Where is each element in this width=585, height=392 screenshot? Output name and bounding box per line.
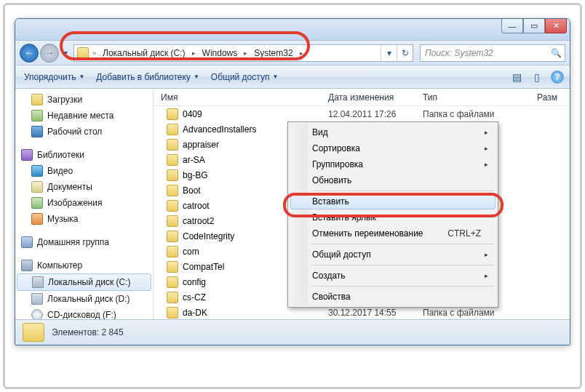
libraries-icon: [21, 149, 33, 161]
history-dropdown[interactable]: ▾: [60, 48, 71, 58]
folder-icon: [167, 139, 178, 151]
navigation-pane: Загрузки Недавние места Рабочий стол ▽Би…: [15, 89, 154, 319]
file-date: 12.04.2011 17:26: [328, 109, 423, 119]
ctx-undo-rename[interactable]: Отменить переименованиеCTRL+Z: [290, 225, 496, 241]
context-menu: Вид▸ Сортировка▸ Группировка▸ Обновить В…: [287, 121, 498, 308]
list-item[interactable]: 040912.04.2011 17:26Папка с файлами: [154, 106, 570, 121]
submenu-arrow-icon: ▸: [485, 161, 488, 168]
folder-icon: [167, 185, 178, 196]
tree-documents[interactable]: Документы: [15, 179, 153, 195]
file-name: 0409: [183, 109, 328, 119]
breadcrumb-windows[interactable]: Windows: [199, 48, 241, 58]
documents-icon: [31, 181, 43, 193]
ctx-paste-shortcut[interactable]: Вставить ярлык: [290, 209, 496, 225]
share-menu[interactable]: Общий доступ▼: [208, 71, 282, 84]
status-text: Элементов: 2 845: [52, 327, 124, 337]
computer-icon: [21, 260, 33, 271]
video-icon: [31, 165, 43, 177]
minimize-button[interactable]: —: [501, 19, 523, 33]
folder-icon: [167, 307, 178, 319]
location-icon: [77, 47, 89, 59]
tree-drive-d[interactable]: Локальный диск (D:): [15, 291, 153, 307]
close-button[interactable]: ✕: [545, 19, 567, 33]
submenu-arrow-icon: ▸: [485, 129, 488, 136]
search-input[interactable]: Поиск: System32 🔍: [420, 44, 565, 62]
ctx-share[interactable]: Общий доступ▸: [290, 247, 496, 263]
chevron-down-icon: ▼: [272, 73, 278, 80]
tree-recent[interactable]: Недавние места: [15, 108, 153, 124]
file-type: Папка с файлами: [423, 308, 525, 318]
column-headers: Имя Дата изменения Тип Разм: [154, 89, 570, 106]
folder-icon: [167, 276, 178, 288]
chevron-icon[interactable]: ▸: [298, 49, 306, 57]
col-size[interactable]: Разм: [517, 92, 570, 103]
folder-icon: [167, 246, 178, 257]
ctx-refresh[interactable]: Обновить: [290, 172, 496, 188]
titlebar: — ▭ ✕: [15, 19, 570, 41]
music-icon: [31, 213, 43, 225]
shortcut-label: CTRL+Z: [447, 228, 481, 239]
preview-pane-button[interactable]: ▯: [530, 71, 544, 84]
address-dropdown[interactable]: ▾: [381, 45, 397, 61]
address-bar[interactable]: » Локальный диск (C:) ▸ Windows ▸ System…: [73, 44, 413, 62]
file-date: 30.12.2017 14:55: [328, 308, 423, 318]
chevron-icon[interactable]: »: [90, 49, 98, 57]
folder-icon: [167, 169, 178, 181]
refresh-button[interactable]: ↻: [397, 45, 413, 61]
ctx-sort[interactable]: Сортировка▸: [290, 140, 496, 156]
folder-icon: [167, 124, 178, 135]
tree-video[interactable]: Видео: [15, 163, 153, 179]
chevron-down-icon: ▼: [79, 73, 84, 80]
folder-icon: [167, 108, 178, 120]
tree-cd-drive[interactable]: CD-дисковод (F:): [15, 307, 153, 319]
col-type[interactable]: Тип: [415, 92, 517, 103]
submenu-arrow-icon: ▸: [485, 145, 488, 152]
homegroup-icon: [21, 236, 33, 248]
add-to-library-menu[interactable]: Добавить в библиотеку▼: [93, 71, 202, 84]
search-icon[interactable]: 🔍: [551, 48, 562, 58]
folder-icon: [167, 261, 178, 273]
submenu-arrow-icon: ▸: [485, 251, 488, 258]
ctx-group[interactable]: Группировка▸: [290, 156, 496, 172]
desktop-icon: [31, 126, 43, 137]
folder-icon: [167, 292, 178, 303]
tree-downloads[interactable]: Загрузки: [15, 92, 153, 108]
back-button[interactable]: ←: [20, 44, 39, 63]
forward-button[interactable]: →: [40, 44, 59, 63]
status-bar: Элементов: 2 845: [15, 319, 570, 345]
navigation-bar: ← → ▾ » Локальный диск (C:) ▸ Windows ▸ …: [15, 41, 570, 65]
cd-icon: [31, 309, 43, 319]
tree-homegroup[interactable]: ▷Домашняя группа: [15, 234, 153, 250]
organize-menu[interactable]: Упорядочить▼: [21, 71, 87, 84]
ctx-properties[interactable]: Свойства: [290, 289, 496, 305]
folder-icon: [23, 323, 44, 342]
chevron-down-icon: ▼: [194, 73, 199, 80]
breadcrumb-drive[interactable]: Локальный диск (C:): [100, 48, 188, 58]
file-name: da-DK: [183, 308, 328, 318]
tree-libraries[interactable]: ▽Библиотеки: [15, 147, 153, 163]
chevron-icon[interactable]: ▸: [242, 49, 250, 57]
col-name[interactable]: Имя: [154, 92, 321, 103]
tree-images[interactable]: Изображения: [15, 195, 153, 211]
ctx-paste[interactable]: Вставить: [290, 193, 496, 209]
tree-drive-c[interactable]: Локальный диск (C:): [17, 273, 151, 291]
recent-icon: [31, 110, 43, 121]
search-placeholder: Поиск: System32: [425, 48, 493, 58]
folder-icon: [167, 200, 178, 212]
drive-icon: [32, 276, 44, 288]
col-date[interactable]: Дата изменения: [321, 92, 415, 103]
tree-computer[interactable]: ▽Компьютер: [15, 257, 153, 273]
breadcrumb-system32[interactable]: System32: [251, 48, 295, 58]
drive-icon: [31, 293, 43, 305]
folder-icon: [167, 154, 178, 166]
tree-desktop[interactable]: Рабочий стол: [15, 124, 153, 140]
folder-icon: [167, 231, 178, 242]
help-button[interactable]: ?: [551, 71, 564, 84]
view-mode-button[interactable]: ▤: [510, 71, 523, 84]
ctx-view[interactable]: Вид▸: [290, 124, 496, 140]
tree-music[interactable]: Музыка: [15, 211, 153, 227]
chevron-icon[interactable]: ▸: [190, 49, 198, 57]
downloads-icon: [31, 94, 43, 105]
maximize-button[interactable]: ▭: [523, 19, 545, 33]
ctx-new[interactable]: Создать▸: [290, 268, 496, 284]
